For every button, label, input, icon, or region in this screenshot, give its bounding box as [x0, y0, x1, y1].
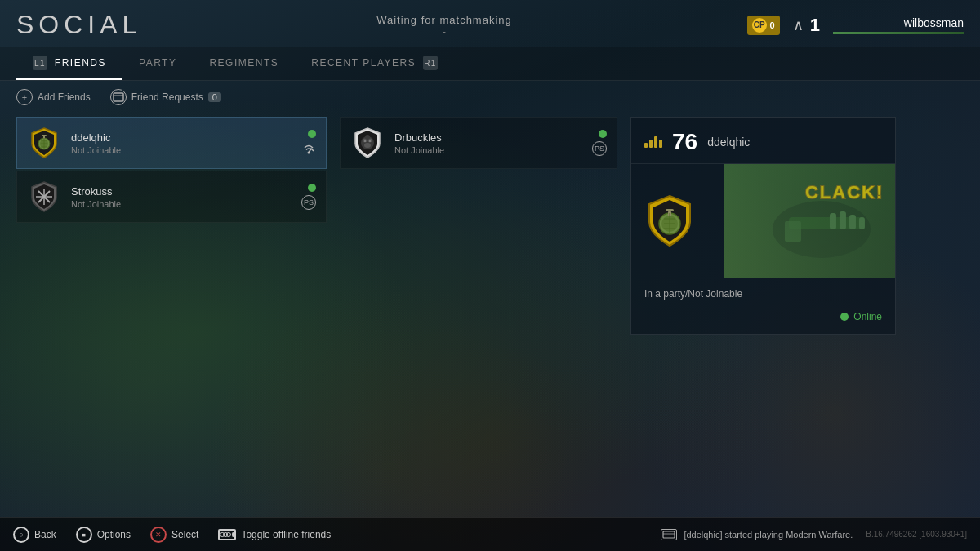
tab-recent-players[interactable]: RECENT PLAYERS R1 [295, 47, 454, 80]
comic-overlay [724, 164, 895, 278]
add-friends-label: Add Friends [38, 91, 91, 103]
toggle-offline-action[interactable]: Toggle offline friends [218, 529, 331, 540]
profile-card-art: CLACK! [724, 164, 895, 278]
rank-bar-3 [654, 136, 657, 148]
rank-display: ∧ 1 [793, 15, 820, 36]
svg-rect-0 [114, 93, 123, 101]
x-button-select: ✕ [150, 527, 167, 543]
tab-regiments[interactable]: REGIMENTS [193, 49, 295, 78]
player-section: wilbossman [833, 16, 964, 34]
svg-point-10 [308, 152, 310, 154]
l1-badge: L1 [33, 56, 47, 70]
friends-list-right: Drbuckles Not Joinable PS [340, 117, 617, 335]
friend-indicators-strokuss: PS [301, 184, 316, 210]
friend-status-strokuss: Not Joinable [71, 199, 301, 209]
friend-requests-count: 0 [208, 92, 221, 102]
svg-rect-5 [42, 135, 47, 136]
toggle-button-offline [218, 529, 236, 540]
rank-number: 1 [810, 15, 820, 36]
friend-status-ddelqhic: Not Joinable [71, 145, 301, 155]
online-indicator-strokuss [308, 184, 316, 192]
player-name: wilbossman [904, 16, 964, 29]
rank-bar-4 [659, 140, 662, 148]
options-label: Options [97, 529, 131, 540]
bottom-bar: ○ Back ▪ Options ✕ Select Toggle offline… [0, 517, 980, 551]
friend-indicators-drbuckles: PS [592, 130, 607, 156]
friend-requests-label: Friend Requests [131, 91, 203, 103]
profile-online-section: Online [631, 306, 895, 334]
friend-status-drbuckles: Not Joinable [394, 145, 592, 155]
svg-point-42 [227, 532, 231, 536]
friend-avatar-drbuckles [350, 126, 385, 160]
header-right: CP 0 ∧ 1 wilbossman [747, 15, 964, 36]
bottom-right: [ddelqhic] started playing Modern Warfar… [661, 529, 967, 540]
add-friends-action[interactable]: + Add Friends [16, 89, 91, 105]
online-indicator-ddelqhic [308, 130, 316, 138]
cp-icon: CP [752, 18, 767, 33]
back-action[interactable]: ○ Back [13, 527, 56, 543]
matchmaking-status-area: Waiting for matchmaking - [376, 14, 512, 36]
friend-requests-icon [110, 89, 127, 105]
friend-avatar-ddelqhic [27, 126, 61, 160]
cp-badge: CP 0 [747, 16, 780, 35]
matchmaking-status: Waiting for matchmaking [376, 14, 512, 26]
friend-name-drbuckles: Drbuckles [394, 131, 592, 144]
profile-status: In a party/Not Joinable [631, 278, 895, 306]
svg-rect-25 [666, 209, 674, 211]
friend-item-strokuss[interactable]: Strokuss Not Joinable PS [16, 171, 327, 223]
friend-name-ddelqhic: ddelqhic [71, 131, 301, 144]
profile-level: 76 [672, 129, 697, 155]
friends-list-left: ddelqhic Not Joinable [16, 117, 327, 335]
add-friends-icon: + [16, 89, 33, 105]
svg-point-19 [365, 135, 370, 140]
online-status-indicator: Online [840, 311, 882, 322]
online-label: Online [853, 311, 882, 322]
toggle-offline-label: Toggle offline friends [241, 529, 331, 540]
friend-item-ddelqhic[interactable]: ddelqhic Not Joinable [16, 117, 327, 169]
version-text: B.16.7496262 [1603.930+1] [866, 530, 967, 539]
notification-icon [661, 529, 677, 540]
circle-button-back: ○ [13, 527, 29, 543]
rank-icon [644, 133, 662, 151]
nav-tabs: L1 FRIENDS PARTY REGIMENTS RECENT PLAYER… [0, 47, 980, 81]
r1-badge: R1 [423, 56, 438, 70]
tab-party[interactable]: PARTY [122, 49, 193, 78]
friend-info-drbuckles: Drbuckles Not Joinable [394, 131, 592, 155]
notification-bar: [ddelqhic] started playing Modern Warfar… [661, 529, 853, 540]
options-action[interactable]: ▪ Options [76, 527, 131, 543]
profile-username: ddelqhic [707, 136, 750, 149]
player-xp-bar [833, 32, 964, 34]
friend-info-ddelqhic: ddelqhic Not Joinable [71, 131, 301, 155]
ps-platform-icon-drbuckles: PS [592, 141, 607, 156]
friend-item-drbuckles[interactable]: Drbuckles Not Joinable PS [340, 117, 617, 169]
card-art-content: CLACK! [724, 164, 895, 278]
friend-indicators-ddelqhic [301, 130, 316, 156]
rank-bar-1 [644, 143, 648, 148]
profile-header: 76 ddelqhic [631, 118, 895, 164]
svg-point-21 [369, 140, 371, 142]
notification-text: [ddelqhic] started playing Modern Warfar… [684, 530, 853, 540]
matchmaking-sub: - [443, 26, 446, 36]
friend-avatar-strokuss [27, 180, 61, 214]
rank-bars-icon [644, 136, 662, 148]
svg-point-20 [364, 140, 366, 142]
page-title: SOCIAL [16, 10, 141, 40]
friend-name-strokuss: Strokuss [71, 185, 301, 198]
svg-rect-43 [663, 531, 675, 538]
main-content: ddelqhic Not Joinable [0, 117, 980, 335]
select-label: Select [172, 529, 198, 540]
profile-panel: 76 ddelqhic [630, 117, 896, 335]
header: SOCIAL Waiting for matchmaking - CP 0 ∧ … [0, 0, 980, 47]
friend-requests-action[interactable]: Friend Requests 0 [110, 89, 221, 105]
select-action[interactable]: ✕ Select [150, 527, 198, 543]
tab-friends[interactable]: L1 FRIENDS [16, 47, 122, 80]
profile-emblem [641, 193, 698, 250]
friend-info-strokuss: Strokuss Not Joinable [71, 185, 301, 209]
online-dot-icon [840, 313, 849, 321]
platform-icon-ddelqhic [301, 141, 316, 156]
square-button-options: ▪ [76, 527, 92, 543]
sub-actions: + Add Friends Friend Requests 0 [0, 81, 980, 113]
online-indicator-drbuckles [599, 130, 607, 138]
rank-bar-2 [649, 140, 653, 148]
ps-platform-icon-strokuss: PS [301, 195, 316, 210]
